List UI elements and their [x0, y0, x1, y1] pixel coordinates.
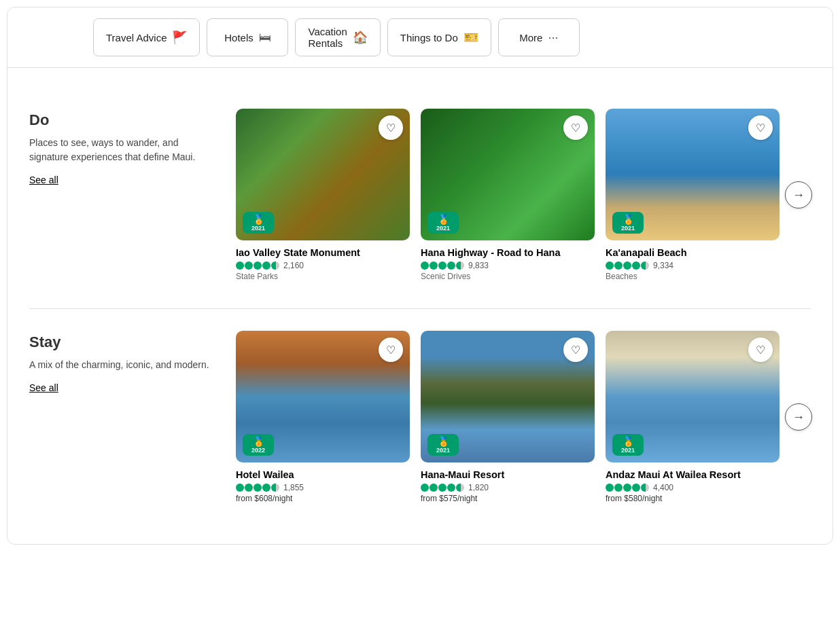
card-image: ♡ 🏅 2021: [236, 109, 410, 240]
list-item[interactable]: ♡ 🏅 2021 Iao Valley State Monument 2,160…: [236, 109, 410, 281]
review-count: 9,334: [653, 261, 673, 270]
next-arrow-stay[interactable]: →: [785, 403, 812, 431]
star-full: [623, 261, 631, 270]
star-half: [456, 484, 464, 492]
star-full: [606, 261, 614, 270]
list-item[interactable]: ♡ 🏅 2021 Andaz Maui At Wailea Resort 4,4…: [606, 331, 780, 503]
award-icon: 🏅: [623, 436, 634, 447]
star-full: [421, 484, 429, 492]
card-image: ♡ 🏅 2021: [606, 331, 780, 462]
tab-icon-2: 🏠: [353, 30, 368, 45]
star-full: [623, 484, 631, 492]
card-rating: 1,855: [236, 483, 410, 492]
award-icon: 🏅: [253, 214, 264, 225]
header: Travel Advice🚩Hotels🛏VacationRentals🏠Thi…: [7, 7, 833, 68]
nav-tab-hotels[interactable]: Hotels🛏: [207, 18, 288, 56]
next-arrow-do[interactable]: →: [785, 181, 812, 208]
award-badge: 🏅 2021: [427, 434, 459, 456]
see-all-link[interactable]: See all: [29, 382, 58, 393]
main-content: Do Places to see, ways to wander, and si…: [7, 68, 833, 544]
card-price: from $608/night: [236, 494, 410, 503]
card-rating: 9,334: [606, 261, 780, 270]
card-category: Beaches: [606, 272, 780, 281]
card-image: ♡ 🏅 2021: [606, 109, 780, 240]
star-full: [245, 261, 253, 270]
card-rating: 4,400: [606, 483, 780, 492]
award-icon: 🏅: [623, 214, 634, 225]
favorite-button[interactable]: ♡: [563, 115, 588, 140]
list-item[interactable]: ♡ 🏅 2021 Hana Highway - Road to Hana 9,8…: [421, 109, 595, 281]
logo: [24, 29, 85, 46]
nav-tab-more[interactable]: More···: [498, 18, 580, 56]
stars: [236, 484, 279, 492]
section-heading: Stay: [29, 333, 220, 351]
award-icon: 🏅: [438, 214, 449, 225]
favorite-button[interactable]: ♡: [379, 115, 403, 140]
nav-tab-vacation-rentals[interactable]: VacationRentals🏠: [295, 18, 380, 56]
tab-icon-3: 🎫: [463, 30, 478, 45]
card-category: State Parks: [236, 272, 410, 281]
tab-icon-4: ···: [548, 31, 558, 45]
star-full: [421, 261, 429, 270]
favorite-button[interactable]: ♡: [748, 115, 773, 140]
award-badge: 🏅 2021: [427, 212, 459, 234]
card-rating: 9,833: [421, 261, 595, 270]
star-full: [447, 484, 455, 492]
section-description: A mix of the charming, iconic, and moder…: [29, 358, 220, 372]
star-full: [236, 484, 244, 492]
nav-tab-travel-advice[interactable]: Travel Advice🚩: [93, 18, 200, 56]
section-heading: Do: [29, 111, 220, 129]
star-full: [614, 484, 623, 492]
favorite-button[interactable]: ♡: [563, 338, 588, 362]
award-icon: 🏅: [438, 436, 449, 447]
award-year: 2021: [436, 225, 450, 232]
star-full: [253, 484, 262, 492]
award-badge: 🏅 2021: [243, 212, 274, 234]
star-full: [262, 484, 270, 492]
star-full: [447, 261, 455, 270]
review-count: 1,855: [283, 483, 304, 492]
card-name: Hana Highway - Road to Hana: [421, 247, 595, 258]
card-name: Iao Valley State Monument: [236, 247, 410, 258]
card-name: Hotel Wailea: [236, 469, 410, 480]
cards-list-do: ♡ 🏅 2021 Iao Valley State Monument 2,160…: [236, 109, 780, 281]
nav-tabs: Travel Advice🚩Hotels🛏VacationRentals🏠Thi…: [93, 18, 816, 56]
review-count: 4,400: [653, 483, 673, 492]
tab-icon-0: 🚩: [172, 30, 187, 45]
section-do: Do Places to see, ways to wander, and si…: [29, 109, 811, 281]
review-count: 9,833: [468, 261, 489, 270]
list-item[interactable]: ♡ 🏅 2021 Hana-Maui Resort 1,820 from $57…: [421, 331, 595, 503]
star-half: [641, 261, 649, 270]
card-name: Hana-Maui Resort: [421, 469, 595, 480]
star-full: [430, 484, 438, 492]
award-badge: 🏅 2021: [612, 434, 644, 456]
card-rating: 1,820: [421, 483, 595, 492]
award-badge: 🏅 2021: [612, 212, 644, 234]
tab-icon-1: 🛏: [259, 31, 271, 45]
star-half: [271, 484, 279, 492]
stars: [606, 261, 649, 270]
nav-tab-things-to-do[interactable]: Things to Do🎫: [387, 18, 491, 56]
award-year: 2021: [436, 447, 450, 454]
list-item[interactable]: ♡ 🏅 2022 Hotel Wailea 1,855 from $608/ni…: [236, 331, 410, 503]
card-price: from $580/night: [606, 494, 780, 503]
cards-wrapper-stay: ♡ 🏅 2022 Hotel Wailea 1,855 from $608/ni…: [236, 331, 812, 503]
star-full: [632, 261, 640, 270]
section-description: Places to see, ways to wander, and signa…: [29, 136, 220, 164]
favorite-button[interactable]: ♡: [379, 338, 403, 362]
see-all-link[interactable]: See all: [29, 175, 58, 185]
favorite-button[interactable]: ♡: [748, 338, 773, 362]
award-year: 2021: [251, 225, 265, 232]
stars: [421, 484, 464, 492]
star-full: [438, 261, 447, 270]
section-divider: [29, 308, 811, 309]
cards-wrapper-do: ♡ 🏅 2021 Iao Valley State Monument 2,160…: [236, 109, 812, 281]
list-item[interactable]: ♡ 🏅 2021 Ka'anapali Beach 9,334 Beaches: [606, 109, 780, 281]
card-name: Andaz Maui At Wailea Resort: [606, 469, 780, 480]
card-image: ♡ 🏅 2021: [421, 109, 595, 240]
award-year: 2021: [621, 225, 635, 232]
star-half: [641, 484, 649, 492]
card-category: Scenic Drives: [421, 272, 595, 281]
review-count: 1,820: [468, 483, 489, 492]
star-half: [271, 261, 279, 270]
